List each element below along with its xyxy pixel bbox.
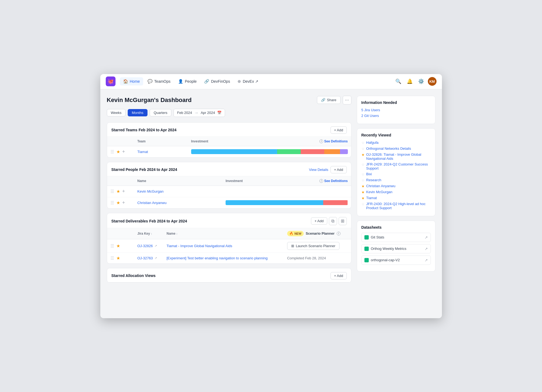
recent-link-5[interactable]: Research: [366, 178, 381, 182]
recent-link-2[interactable]: OJ-32826: Tiamat - Improve Global Naviga…: [366, 152, 431, 161]
star-button[interactable]: ★: [116, 189, 120, 194]
nav-item-teamops[interactable]: 💬 TeamOps: [144, 77, 174, 85]
deliv-jirakey-col[interactable]: Jira Key: [134, 228, 163, 239]
row-actions: ☰ ★ +: [110, 200, 131, 206]
recent-link-7[interactable]: Kevin McGurgan: [366, 190, 393, 194]
recent-link-0[interactable]: Hafgufa: [366, 141, 379, 145]
share-icon: 🔗: [321, 98, 325, 102]
star-filled-icon: ★: [361, 196, 365, 200]
jira-key-link-1[interactable]: OJ-32826: [137, 244, 153, 248]
starred-teams-add-button[interactable]: + Add: [331, 126, 347, 134]
star-empty-icon: ☆: [361, 172, 365, 176]
external-link-icon: ↗: [425, 247, 428, 251]
nav-item-people[interactable]: 👤 People: [175, 77, 200, 85]
list-item: ☆ Research: [361, 178, 431, 182]
copy-icon-button[interactable]: ⧉: [329, 217, 337, 225]
see-definitions-teams[interactable]: i See Definitions: [319, 139, 348, 143]
drag-handle-icon[interactable]: ☰: [110, 243, 114, 248]
drag-handle-icon[interactable]: ☰: [110, 189, 114, 194]
starred-people-header: Starred People Feb 2024 to Apr 2024 View…: [107, 162, 351, 176]
deliv-jirakey-cell-2: OJ-32763 ↗: [134, 253, 163, 263]
starred-deliverables-card: Starred Deliverables Feb 2024 to Apr 202…: [107, 213, 351, 264]
list-item: ★ Christian Anyanwu: [361, 184, 431, 188]
add-row-button[interactable]: +: [122, 149, 125, 155]
starred-people-title: Starred People Feb 2024 to Apr 2024: [111, 167, 177, 172]
view-details-link[interactable]: View Details: [309, 168, 328, 172]
starred-allocation-header: Starred Allocation Views + Add: [107, 268, 351, 282]
main-area: Kevin McGurgan's Dashboard 🔗 Share ··· W…: [100, 89, 442, 318]
weeks-button[interactable]: Weeks: [107, 109, 126, 116]
teams-team-col: Team: [134, 137, 188, 146]
settings-button[interactable]: ⚙️: [416, 77, 426, 86]
datasheet-icon-0: [364, 235, 369, 240]
date-range-picker[interactable]: Feb 2024 → Apr 2024 📅: [174, 109, 225, 117]
more-button[interactable]: ···: [343, 96, 351, 104]
datasheet-item-1[interactable]: Orthog Weekly Metrics ↗: [361, 244, 431, 253]
quarters-button[interactable]: Quarters: [150, 109, 172, 116]
jira-users-link[interactable]: 5 Jira Users: [361, 108, 431, 112]
search-button[interactable]: 🔍: [394, 77, 403, 86]
notifications-button[interactable]: 🔔: [405, 77, 414, 86]
recent-link-3[interactable]: JFR-2429: 2024-Q2 Customer Success Suppo…: [366, 162, 431, 170]
recent-link-6[interactable]: Christian Anyanwu: [366, 184, 396, 188]
drag-handle-icon[interactable]: ☰: [110, 256, 114, 261]
jira-key-link-2[interactable]: OJ-32763: [137, 256, 153, 260]
nav-item-devfinops[interactable]: 🔗 DevFinOps: [201, 77, 233, 85]
star-button[interactable]: ★: [116, 149, 120, 154]
datasheet-item-2[interactable]: orthogonal-cap-V2 ↗: [361, 256, 431, 265]
columns-icon-button[interactable]: ⊞: [339, 217, 347, 225]
people-row-ctrl-2: ☰ ★ +: [107, 197, 134, 208]
add-row-button[interactable]: +: [122, 189, 125, 194]
people-icon: 👤: [178, 79, 183, 84]
drag-handle-icon[interactable]: ☰: [110, 149, 114, 154]
nav-item-devex[interactable]: ⊕ DevEx ↗: [234, 77, 261, 85]
starred-deliverables-add-button[interactable]: + Add: [311, 217, 327, 225]
list-item: ☆ Bixi: [361, 172, 431, 176]
left-panel: Kevin McGurgan's Dashboard 🔗 Share ··· W…: [107, 96, 351, 312]
app-logo[interactable]: 🐙: [106, 77, 116, 86]
top-nav: 🐙 🏠 Home 💬 TeamOps 👤 People 🔗 DevFinOps …: [100, 74, 442, 89]
drag-handle-icon[interactable]: ☰: [110, 200, 114, 205]
nav-item-home[interactable]: 🏠 Home: [120, 77, 143, 85]
deliv-row-ctrl-1: ☰ ★: [107, 239, 134, 253]
person-investment-cell-2: [222, 197, 351, 208]
recent-link-8[interactable]: Tiamat: [366, 196, 377, 200]
star-empty-icon: ☆: [361, 202, 365, 206]
recent-link-1[interactable]: Orthogonal Networks Details: [366, 146, 411, 151]
deliv-name-col[interactable]: Name: [163, 228, 284, 239]
datasheet-item-0[interactable]: Git Stats ↗: [361, 233, 431, 242]
launch-scenario-button[interactable]: ⊞ Launch Scenario Planner: [287, 242, 339, 250]
row-actions: ☰ ★ +: [110, 149, 131, 155]
starred-allocation-add-button[interactable]: + Add: [331, 272, 347, 279]
recent-link-9[interactable]: JFR-2430: 2024-Q2 High-level ad hoc Prod…: [366, 202, 431, 210]
person-name-cell-1: Kevin McGurgan: [134, 186, 222, 197]
home-icon: 🏠: [123, 79, 128, 84]
bar-seg-4: [324, 149, 340, 154]
deliv-name-link-2[interactable]: [Experiment] Test better enabling naviga…: [166, 256, 268, 260]
datasheet-label-1: Orthog Weekly Metrics: [364, 247, 406, 251]
datasheet-icon-1: [364, 247, 369, 251]
star-button[interactable]: ★: [116, 200, 120, 205]
share-button[interactable]: 🔗 Share: [317, 96, 341, 104]
star-button[interactable]: ★: [116, 256, 120, 261]
star-button[interactable]: ★: [116, 243, 120, 248]
list-item: ★ Kevin McGurgan: [361, 190, 431, 194]
scenario-planner-label: Scenario Planner: [306, 231, 335, 235]
investment-bar: [191, 149, 348, 154]
deliv-name-link-1[interactable]: Tiamat - Improve Global Navigational Aid…: [166, 244, 232, 248]
add-row-button[interactable]: +: [122, 200, 125, 206]
person-link-2[interactable]: Christian Anyanwu: [137, 201, 167, 205]
starred-allocation-title: Starred Allocation Views: [111, 273, 156, 278]
see-definitions-people[interactable]: i See Definitions: [319, 179, 348, 183]
team-link[interactable]: Tiamat: [137, 150, 148, 154]
people-investment-col: Investment i See Definitions: [222, 176, 351, 186]
starred-deliverables-title: Starred Deliverables Feb 2024 to Apr 202…: [111, 219, 187, 224]
recent-link-4[interactable]: Bixi: [366, 172, 372, 176]
git-users-link[interactable]: 2 Git Users: [361, 114, 431, 118]
person-link-1[interactable]: Kevin McGurgan: [137, 189, 164, 193]
months-button[interactable]: Months: [128, 109, 147, 116]
info-icon-people: i: [319, 179, 323, 183]
user-avatar[interactable]: KM: [428, 77, 437, 86]
starred-people-add-button[interactable]: + Add: [331, 166, 347, 173]
star-filled-icon: ★: [361, 190, 365, 194]
